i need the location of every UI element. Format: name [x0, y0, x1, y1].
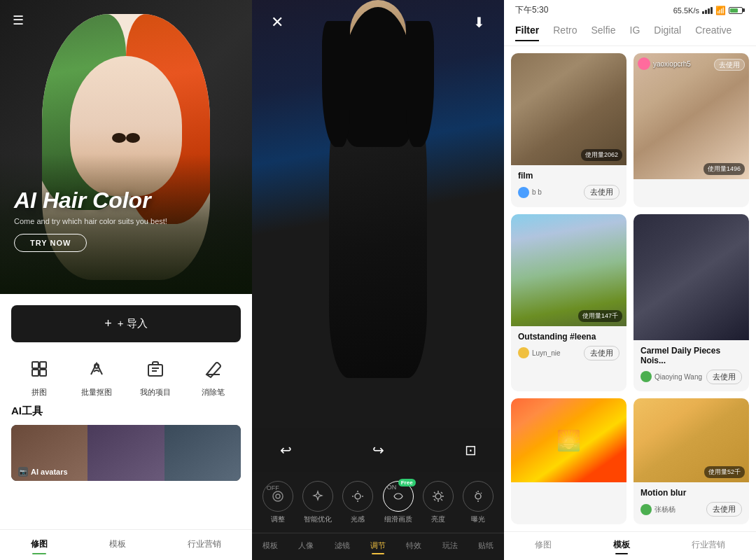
- tool-brightness[interactable]: 亮度: [419, 481, 457, 524]
- p3-nav-template-underline: [615, 553, 628, 554]
- filter-card-film[interactable]: 使用量2062 film b b 去使用: [511, 53, 626, 207]
- outstanding-use-button[interactable]: 去使用: [584, 346, 620, 360]
- panel-filter-browse: 下午5:30 65.5K/s 📶 Filter Retro Selfie IG …: [504, 0, 756, 560]
- film-avatar: [518, 187, 529, 198]
- photo-canvas[interactable]: [252, 0, 504, 428]
- tab-creative[interactable]: Creative: [695, 24, 732, 41]
- outstanding-info: Outstanding #leena Luyn_nie 去使用: [511, 326, 626, 366]
- p2-nav-portrait[interactable]: 人像: [298, 540, 314, 554]
- p2-nav-adjust[interactable]: 调节: [370, 540, 386, 554]
- try-now-button[interactable]: TRY NOW: [14, 234, 87, 252]
- tab-selfie[interactable]: Selfie: [591, 24, 615, 41]
- p2-nav-adjust-label: 调节: [370, 540, 386, 551]
- carmel-info: Carmel Daily Pieces Nois... Qiaoying Wan…: [634, 340, 749, 390]
- svg-point-4: [94, 364, 99, 368]
- optimize-label: 智能优化: [304, 514, 332, 524]
- motion-use-button[interactable]: 去使用: [706, 502, 742, 517]
- plus-icon: +: [104, 316, 112, 331]
- p3-nav-template[interactable]: 模板: [613, 539, 630, 554]
- toolbar-row: OFF 调整 智能优化: [252, 478, 504, 527]
- tool-eraser[interactable]: 消除笔: [199, 355, 227, 398]
- network-speed: 65.5K/s: [673, 6, 699, 15]
- film-author-name: b b: [532, 188, 542, 196]
- brightness-icon: [423, 481, 454, 512]
- light-label: 光感: [351, 514, 365, 524]
- svg-point-25: [475, 493, 481, 499]
- p2-nav-template[interactable]: 模板: [262, 540, 278, 554]
- smooth-icon: Free ON: [383, 481, 414, 512]
- nav-edit-label: 修图: [31, 538, 48, 550]
- filter-card-motion[interactable]: 使用量52千 Motion blur 张杨杨 去使用: [634, 398, 749, 524]
- film-usage-badge: 使用量2062: [581, 149, 622, 161]
- p2-nav-play-label: 玩法: [442, 540, 458, 551]
- ai-sample-3: [164, 425, 241, 481]
- nav-marketing[interactable]: 行业营销: [188, 538, 221, 554]
- filter-card-outstanding[interactable]: 使用量147千 Outstanding #leena Luyn_nie 去使用: [511, 214, 626, 392]
- brightness-label: 亮度: [431, 514, 445, 524]
- carmel-title: Carmel Daily Pieces Nois...: [640, 346, 742, 365]
- tool-crop[interactable]: 拼图: [25, 355, 53, 398]
- import-section: + + 导入: [0, 294, 252, 342]
- film-author: b b: [518, 187, 542, 198]
- nav-template[interactable]: 模板: [109, 538, 126, 554]
- filter-card-girl1[interactable]: yaoxiopcrh5 去使用 使用量1496: [634, 53, 749, 207]
- nav-edit[interactable]: 修图: [31, 538, 48, 554]
- svg-line-23: [441, 492, 442, 493]
- tool-light[interactable]: 光感: [339, 481, 377, 524]
- tool-projects[interactable]: 我的项目: [140, 355, 171, 398]
- tool-exposure[interactable]: 曝光: [459, 481, 498, 524]
- filter-card-sunset[interactable]: 🌅: [511, 398, 626, 524]
- p2-nav-sticker[interactable]: 贴纸: [478, 540, 493, 554]
- p2-nav-play[interactable]: 玩法: [442, 540, 458, 554]
- tool-optimize[interactable]: 智能优化: [298, 481, 337, 524]
- carmel-use-button[interactable]: 去使用: [706, 370, 742, 384]
- close-button[interactable]: ✕: [266, 11, 288, 34]
- motion-info: Motion blur 张杨杨 去使用: [634, 482, 749, 522]
- outstanding-author-name: Luyn_nie: [532, 349, 561, 357]
- tab-digital[interactable]: Digital: [654, 24, 681, 41]
- compare-button[interactable]: ⊡: [458, 438, 483, 463]
- tab-ig[interactable]: IG: [630, 24, 640, 41]
- editor-main-image: [252, 0, 504, 428]
- filter-card-carmel[interactable]: Carmel Daily Pieces Nois... Qiaoying Wan…: [634, 214, 749, 392]
- girl1-use-btn[interactable]: 去使用: [714, 57, 745, 70]
- tab-filter[interactable]: Filter: [515, 24, 539, 41]
- adjust-icon: OFF: [262, 481, 293, 512]
- user-badge-name: yaoxiopcrh5: [653, 60, 691, 68]
- ai-sample-2: [88, 425, 164, 481]
- outstanding-title: Outstanding #leena: [518, 332, 620, 342]
- svg-rect-0: [32, 362, 38, 368]
- undo-button[interactable]: ↩: [273, 438, 298, 463]
- ai-avatars-banner[interactable]: 📷 AI avatars: [11, 425, 241, 481]
- p2-nav-effects[interactable]: 特效: [406, 540, 421, 554]
- tool-smooth[interactable]: Free ON 细滑画质: [379, 481, 417, 524]
- editor-controls: ↩ ↪ ⊡: [252, 428, 504, 472]
- crop-label: 拼图: [31, 387, 47, 398]
- hero-title: AI Hair Color: [14, 188, 167, 213]
- ai-tools-section: AI工具 📷 AI avatars: [0, 405, 252, 481]
- p2-nav-filter[interactable]: 滤镜: [335, 540, 350, 554]
- redo-button[interactable]: ↪: [365, 438, 391, 463]
- projects-icon: [141, 355, 169, 383]
- optimize-icon: [302, 481, 333, 512]
- status-bar: 下午5:30 65.5K/s 📶: [504, 0, 756, 20]
- tool-adjust[interactable]: OFF 调整: [258, 481, 297, 524]
- eraser-icon: [199, 355, 227, 383]
- editor-toolbar: OFF 调整 智能优化: [252, 472, 504, 533]
- download-button[interactable]: ⬇: [468, 11, 490, 34]
- nav-template-label: 模板: [109, 538, 126, 550]
- signal-icon: [702, 7, 713, 14]
- film-use-button[interactable]: 去使用: [584, 185, 620, 200]
- tool-matting[interactable]: 批量抠图: [81, 355, 112, 398]
- menu-icon[interactable]: ☰: [13, 13, 24, 28]
- p3-nav-marketing[interactable]: 行业营销: [692, 539, 725, 554]
- p3-nav-edit[interactable]: 修图: [535, 539, 552, 554]
- filter-grid: 使用量2062 film b b 去使用 yaoxiopcrh5: [504, 46, 756, 531]
- import-button[interactable]: + + 导入: [11, 305, 241, 342]
- filter-tabs: Filter Retro Selfie IG Digital Creative: [504, 20, 756, 46]
- svg-rect-3: [40, 370, 46, 376]
- p2-nav-adjust-underline: [372, 553, 384, 554]
- p3-nav-edit-label: 修图: [535, 539, 552, 551]
- editor-header: ✕ ⬇: [252, 0, 504, 45]
- tab-retro[interactable]: Retro: [553, 24, 577, 41]
